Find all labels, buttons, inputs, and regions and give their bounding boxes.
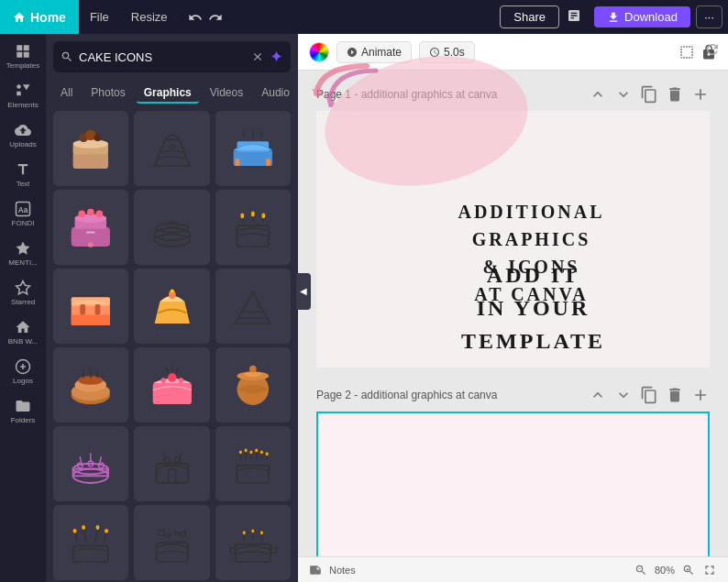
grid-item-15[interactable] <box>215 426 291 501</box>
templates-label: Templates <box>6 61 39 70</box>
grid-item-1[interactable] <box>53 111 128 186</box>
svg-point-68 <box>249 366 257 373</box>
page2-add-icon[interactable] <box>691 386 710 404</box>
svg-point-104 <box>96 525 100 530</box>
page-duplicate-icon[interactable] <box>640 85 658 104</box>
sidebar-item-uploads[interactable]: Uploads <box>0 116 46 154</box>
svg-point-96 <box>266 453 269 456</box>
grid-item-3[interactable] <box>215 111 291 186</box>
clear-search-icon[interactable] <box>251 50 264 63</box>
grid-item-12[interactable] <box>215 347 291 423</box>
starred-label: Starred <box>11 298 35 306</box>
grid-item-6[interactable] <box>215 190 291 265</box>
search-input[interactable] <box>79 50 246 64</box>
zoom-out-icon[interactable] <box>634 564 647 577</box>
grid-item-18[interactable] <box>215 505 291 580</box>
tab-graphics[interactable]: Graphics <box>137 83 199 104</box>
svg-point-60 <box>160 378 166 383</box>
svg-line-98 <box>75 533 78 544</box>
page-chevron-up-icon[interactable] <box>589 85 607 104</box>
page-add-icon[interactable] <box>691 85 710 104</box>
grid-item-8[interactable] <box>134 269 209 344</box>
sidebar-item-fondi[interactable]: Aa FONDI <box>0 195 46 233</box>
grid-item-17[interactable] <box>134 505 209 580</box>
svg-line-99 <box>83 529 86 543</box>
page-delete-icon[interactable] <box>666 85 684 104</box>
svg-marker-121 <box>312 89 324 98</box>
grid-view-icon[interactable] <box>678 44 695 60</box>
page-2-item: Page 2 - additional graphics at canva <box>316 386 710 556</box>
svg-point-94 <box>255 449 258 453</box>
menti-label: MENTI... <box>8 258 38 267</box>
cake-icon-13 <box>64 437 117 490</box>
page2-duplicate-icon[interactable] <box>640 386 658 404</box>
cake-icon-6 <box>226 201 280 254</box>
tab-all[interactable]: All <box>53 83 80 104</box>
tab-audio[interactable]: Audio <box>254 83 297 104</box>
grid-item-10[interactable] <box>53 347 128 423</box>
analytics-icon <box>567 8 581 23</box>
undo-icon[interactable] <box>188 10 203 25</box>
page-chevron-down-icon[interactable] <box>614 85 633 104</box>
sidebar-item-logos[interactable]: Logos <box>0 353 46 390</box>
cake-icon-1 <box>64 122 117 175</box>
cake-icon-14 <box>146 437 199 490</box>
canva-pro-icon[interactable]: ✦ <box>270 47 283 67</box>
home-button[interactable]: Home <box>0 0 79 34</box>
fullscreen-icon[interactable] <box>702 563 717 577</box>
redo-icon[interactable] <box>208 10 223 25</box>
grid-item-7[interactable] <box>53 269 128 344</box>
page-2-canvas[interactable]: ADD ITIN YOURTEMPLATE <box>316 412 710 556</box>
analytics-button[interactable] <box>559 5 589 29</box>
grid-item-14[interactable] <box>134 426 209 501</box>
share-button[interactable]: Share <box>500 5 559 28</box>
collapse-panel-button[interactable]: ◀ <box>296 273 311 310</box>
grid-item-16[interactable] <box>53 505 128 580</box>
resize-button[interactable]: Resize <box>120 0 179 34</box>
sidebar-item-bnb[interactable]: BNB W... <box>0 313 46 351</box>
cake-icon-8 <box>146 280 199 333</box>
sidebar-item-elements[interactable]: Elements <box>0 77 46 115</box>
uploads-label: Uploads <box>9 140 36 148</box>
sidebar-item-templates[interactable]: Templates <box>0 38 46 75</box>
tab-photos[interactable]: Photos <box>83 83 132 104</box>
left-sidebar: Templates Elements Uploads Text Aa FONDI… <box>0 34 46 582</box>
page2-chevron-down-icon[interactable] <box>614 386 633 404</box>
templates-icon <box>15 43 31 60</box>
download-button[interactable]: Download <box>594 6 690 27</box>
cake-icon-16 <box>64 516 117 569</box>
svg-point-95 <box>260 451 263 455</box>
tab-videos[interactable]: Videos <box>203 83 250 104</box>
page2-delete-icon[interactable] <box>666 386 684 404</box>
page2-chevron-up-icon[interactable] <box>589 386 607 404</box>
svg-rect-43 <box>81 304 86 315</box>
svg-point-91 <box>239 451 242 455</box>
grid-item-9[interactable] <box>215 269 291 344</box>
svg-rect-17 <box>266 159 270 167</box>
starred-icon <box>15 280 31 296</box>
sidebar-item-starred[interactable]: Starred <box>0 274 46 312</box>
zoom-in-icon[interactable] <box>682 564 695 577</box>
notes-icon[interactable] <box>309 564 322 577</box>
cake-icon-3 <box>226 122 280 175</box>
grid-item-5[interactable] <box>134 190 209 265</box>
grid-item-13[interactable] <box>53 426 128 501</box>
grid-item-2[interactable] <box>134 111 209 186</box>
sidebar-item-folders[interactable]: Folders <box>0 392 46 430</box>
more-button[interactable]: ··· <box>696 5 722 28</box>
svg-point-26 <box>96 211 104 218</box>
svg-point-49 <box>258 304 261 308</box>
file-button[interactable]: File <box>79 0 120 34</box>
svg-marker-2 <box>23 84 30 90</box>
sidebar-item-text[interactable]: Text <box>0 156 46 193</box>
home-label: Home <box>30 10 66 25</box>
logos-icon <box>15 358 31 375</box>
elements-icon <box>15 82 31 99</box>
grid-item-4[interactable] <box>53 190 128 265</box>
grid-item-11[interactable] <box>134 347 209 423</box>
sidebar-item-menti[interactable]: MENTI... <box>0 235 46 272</box>
folders-label: Folders <box>11 416 36 424</box>
svg-point-8 <box>73 140 108 149</box>
bottom-bar: Notes 80% <box>298 556 728 582</box>
uploads-icon <box>15 122 31 138</box>
